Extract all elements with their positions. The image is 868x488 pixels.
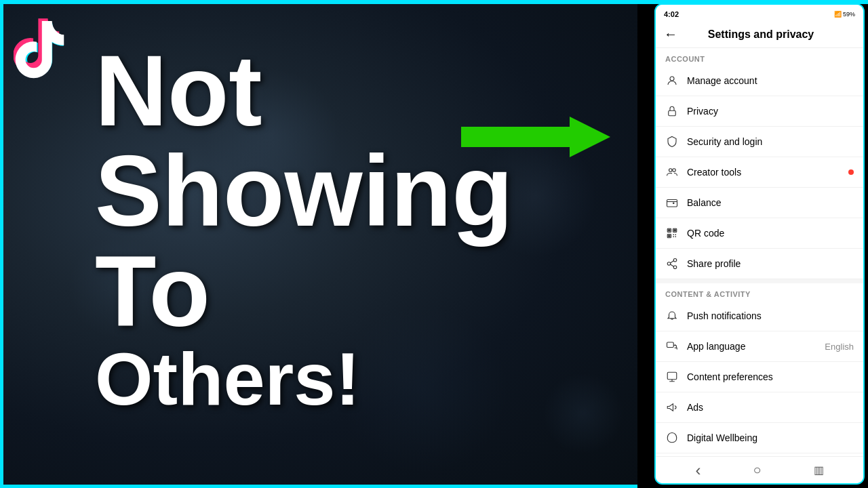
wallet-icon [665, 196, 679, 209]
svg-point-14 [673, 266, 677, 269]
text-line-3: To [95, 241, 624, 342]
svg-marker-0 [461, 117, 610, 157]
svg-rect-17 [667, 342, 674, 348]
green-arrow [461, 117, 610, 160]
person-icon [665, 74, 679, 87]
status-icons: 📶 59% [834, 11, 855, 18]
content-icon [665, 370, 679, 384]
menu-item-share-profile[interactable]: Share profile [656, 249, 863, 279]
account-section: ACCOUNT Manage account Privacy Security … [656, 48, 863, 279]
svg-rect-18 [667, 372, 677, 380]
back-button[interactable]: ← [664, 26, 677, 42]
share-icon [665, 257, 679, 270]
manage-account-label: Manage account [687, 75, 854, 86]
creator-tools-notification-dot [848, 169, 854, 175]
balance-label: Balance [687, 197, 854, 208]
bell-icon [665, 309, 679, 323]
svg-point-3 [669, 169, 673, 172]
svg-point-12 [673, 259, 677, 262]
svg-rect-11 [669, 235, 670, 237]
translate-icon [665, 340, 679, 353]
menu-item-security[interactable]: Security and login [656, 127, 863, 157]
status-time: 4:02 [664, 10, 679, 18]
svg-line-15 [670, 261, 673, 263]
megaphone-icon [665, 401, 679, 414]
svg-rect-9 [669, 230, 670, 231]
app-language-value: English [825, 342, 854, 352]
nav-home-button[interactable]: ○ [753, 462, 761, 478]
app-language-label: App language [687, 341, 825, 352]
svg-rect-5 [667, 200, 677, 207]
shield-icon [665, 135, 679, 148]
menu-item-app-language[interactable]: App language English [656, 331, 863, 362]
svg-point-4 [673, 169, 676, 172]
menu-item-push-notifications[interactable]: Push notifications [656, 301, 863, 331]
menu-item-ads[interactable]: Ads [656, 392, 863, 423]
qr-code-label: QR code [687, 228, 854, 239]
signal-icon: 📶 [834, 11, 842, 18]
leaf-icon [665, 431, 679, 445]
menu-item-manage-account[interactable]: Manage account [656, 66, 863, 96]
phone-bottom-nav: ‹ ○ ▥ [656, 456, 863, 483]
digital-wellbeing-label: Digital Wellbeing [687, 432, 854, 443]
content-section: CONTENT & ACTIVITY Push notifications Ap… [656, 283, 863, 453]
push-notifications-label: Push notifications [687, 310, 854, 321]
svg-point-1 [670, 77, 674, 81]
content-section-label: CONTENT & ACTIVITY [656, 283, 863, 301]
menu-item-digital-wellbeing[interactable]: Digital Wellbeing [656, 423, 863, 453]
content-preferences-label: Content preferences [687, 371, 854, 382]
creator-tools-label: Creator tools [687, 167, 854, 178]
menu-item-privacy[interactable]: Privacy [656, 96, 863, 127]
privacy-label: Privacy [687, 106, 854, 117]
menu-item-qr-code[interactable]: QR code [656, 218, 863, 249]
status-bar: 4:02 📶 59% [656, 5, 863, 21]
menu-item-balance[interactable]: Balance [656, 188, 863, 218]
settings-header: ← Settings and privacy [656, 21, 863, 48]
account-section-label: ACCOUNT [656, 48, 863, 66]
security-label: Security and login [687, 136, 854, 147]
text-line-4: Others! [95, 342, 624, 416]
header-title: Settings and privacy [683, 28, 839, 41]
svg-rect-2 [669, 110, 676, 116]
share-profile-label: Share profile [687, 258, 854, 269]
people-icon [665, 165, 679, 179]
qr-icon [665, 226, 679, 240]
phone-panel: 4:02 📶 59% ← Settings and privacy ACCOUN… [654, 3, 865, 485]
svg-line-16 [670, 264, 673, 266]
ads-label: Ads [687, 402, 854, 413]
background-area: Not Showing To Others! [0, 0, 637, 488]
menu-item-creator-tools[interactable]: Creator tools [656, 157, 863, 188]
tiktok-logo [14, 14, 95, 95]
nav-back-button[interactable]: ‹ [695, 461, 701, 480]
top-border [0, 0, 868, 4]
lock-icon [665, 104, 679, 118]
nav-recent-button[interactable]: ▥ [814, 464, 824, 476]
svg-point-13 [667, 262, 671, 266]
menu-item-content-preferences[interactable]: Content preferences [656, 362, 863, 392]
main-text: Not Showing To Others! [95, 41, 624, 416]
battery-level: 59% [843, 11, 855, 18]
svg-rect-10 [674, 230, 675, 231]
